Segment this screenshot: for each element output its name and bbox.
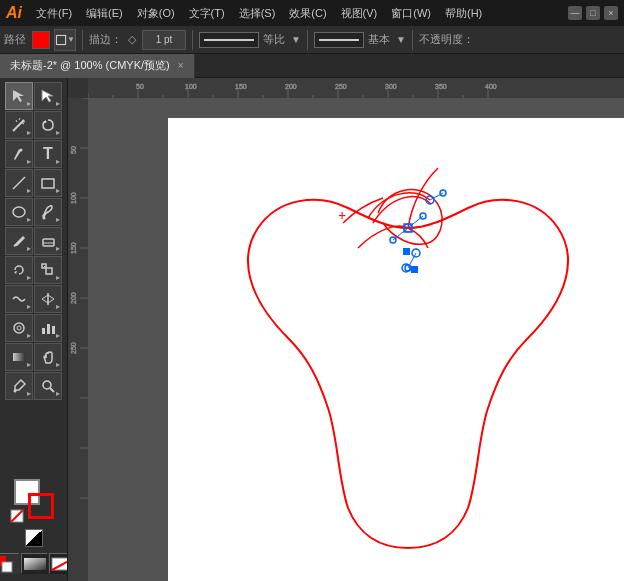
zoom-arrow: ▸ — [56, 389, 60, 398]
minimize-button[interactable]: — — [568, 6, 582, 20]
rect-tool[interactable]: ▸ — [34, 169, 62, 197]
menu-view[interactable]: 视图(V) — [335, 4, 384, 23]
main-area: ▸ ▸ ▸ ▸ ▸ T ▸ — [0, 78, 624, 581]
menu-bar: 文件(F) 编辑(E) 对象(O) 文字(T) 选择(S) 效果(C) 视图(V… — [30, 4, 568, 23]
svg-rect-35 — [24, 558, 46, 570]
tool-arrow-4: ▸ — [56, 128, 60, 137]
svg-line-3 — [13, 121, 23, 131]
width-arrow: ▸ — [56, 302, 60, 311]
pencil-tool[interactable]: ▸ — [5, 227, 33, 255]
menu-text[interactable]: 文字(T) — [183, 4, 231, 23]
warp-tool[interactable]: ▸ — [5, 285, 33, 313]
stroke-dash-selector[interactable] — [199, 32, 259, 48]
stroke-chevron: ◇ — [128, 33, 136, 46]
rotate-arrow: ▸ — [27, 273, 31, 282]
ellipse-tool[interactable]: ▸ — [5, 198, 33, 226]
svg-point-26 — [14, 390, 17, 393]
rotate-tool[interactable]: ▸ — [5, 256, 33, 284]
svg-text:+: + — [338, 207, 346, 223]
scale-arrow: ▸ — [56, 273, 60, 282]
canvas-area[interactable]: 50 100 150 200 250 300 350 400 — [68, 78, 624, 581]
toolbar-divider-2 — [192, 30, 193, 50]
color-mode-button[interactable] — [0, 553, 19, 573]
pen-arrow: ▸ — [27, 157, 31, 166]
toolbar-divider-1 — [82, 30, 83, 50]
close-button[interactable]: × — [604, 6, 618, 20]
tool-row-6: ▸ ▸ — [5, 227, 62, 255]
proportion-arrow: ▼ — [291, 34, 301, 45]
ellipse-arrow: ▸ — [27, 215, 31, 224]
menu-edit[interactable]: 编辑(E) — [80, 4, 129, 23]
horizontal-ruler: 50 100 150 200 250 300 350 400 — [88, 78, 624, 98]
vertical-ruler: 50 100 150 200 250 — [68, 98, 88, 581]
gradient-tool[interactable]: ▸ — [5, 343, 33, 371]
stroke-color-swatch-2[interactable] — [28, 493, 54, 519]
svg-point-27 — [43, 381, 51, 389]
menu-window[interactable]: 窗口(W) — [385, 4, 437, 23]
menu-object[interactable]: 对象(O) — [131, 4, 181, 23]
tab-title: 未标题-2* @ 100% (CMYK/预览) — [10, 58, 170, 73]
svg-text:250: 250 — [70, 342, 77, 354]
document-tab[interactable]: 未标题-2* @ 100% (CMYK/预览) × — [0, 54, 195, 78]
svg-rect-17 — [46, 268, 52, 274]
svg-line-10 — [13, 177, 25, 189]
hand-tool[interactable]: ▸ — [34, 343, 62, 371]
eraser-tool[interactable]: ▸ — [34, 227, 62, 255]
swap-colors-button[interactable] — [25, 529, 43, 547]
zoom-tool[interactable]: ▸ — [34, 372, 62, 400]
canvas-corner — [68, 78, 88, 98]
selection-tool[interactable]: ▸ — [5, 82, 33, 110]
menu-effect[interactable]: 效果(C) — [283, 4, 332, 23]
scale-tool[interactable]: ▸ — [34, 256, 62, 284]
stroke-weight-input[interactable] — [142, 30, 186, 50]
tab-close-button[interactable]: × — [178, 60, 184, 71]
tool-row-3: ▸ T ▸ — [5, 140, 62, 168]
menu-select[interactable]: 选择(S) — [233, 4, 282, 23]
menu-help[interactable]: 帮助(H) — [439, 4, 488, 23]
tool-row-2: ▸ ▸ — [5, 111, 62, 139]
brush-tool[interactable]: ▸ — [34, 198, 62, 226]
line-arrow: ▸ — [27, 186, 31, 195]
rect-arrow: ▸ — [56, 186, 60, 195]
lasso-tool[interactable]: ▸ — [34, 111, 62, 139]
svg-rect-24 — [52, 326, 55, 334]
eyedropper-tool[interactable]: ▸ — [5, 372, 33, 400]
magic-wand-tool[interactable]: ▸ — [5, 111, 33, 139]
pencil-arrow: ▸ — [27, 244, 31, 253]
svg-point-20 — [14, 323, 24, 333]
tool-row-1: ▸ ▸ — [5, 82, 62, 110]
svg-marker-16 — [14, 271, 17, 274]
chart-tool[interactable]: ▸ — [34, 314, 62, 342]
stroke-color-control — [32, 31, 50, 49]
tool-row-4: ▸ ▸ — [5, 169, 62, 197]
svg-rect-22 — [42, 328, 45, 334]
direct-selection-tool[interactable]: ▸ — [34, 82, 62, 110]
width-tool[interactable]: ▸ — [34, 285, 62, 313]
svg-marker-2 — [42, 90, 53, 102]
basic-arrow: ▼ — [396, 34, 406, 45]
artboard: + — [168, 118, 624, 581]
menu-file[interactable]: 文件(F) — [30, 4, 78, 23]
drawing-canvas[interactable]: + — [88, 98, 624, 581]
svg-marker-1 — [13, 90, 24, 102]
tool-row-8: ▸ ▸ — [5, 285, 62, 313]
brush-selector[interactable] — [314, 32, 364, 48]
svg-text:200: 200 — [70, 292, 77, 304]
svg-text:300: 300 — [385, 83, 397, 90]
proportion-label: 等比 — [263, 32, 285, 47]
gradient-mode-button[interactable] — [21, 553, 47, 573]
app-logo: Ai — [6, 4, 22, 22]
svg-text:50: 50 — [136, 83, 144, 90]
stroke-color-swatch[interactable] — [32, 31, 50, 49]
line-tool[interactable]: ▸ — [5, 169, 33, 197]
svg-rect-0 — [57, 35, 66, 44]
symbol-tool[interactable]: ▸ — [5, 314, 33, 342]
type-tool[interactable]: T ▸ — [34, 140, 62, 168]
none-mode-button[interactable] — [49, 553, 69, 573]
tool-row-10: ▸ ▸ — [5, 343, 62, 371]
eraser-arrow: ▸ — [56, 244, 60, 253]
pen-tool[interactable]: ▸ — [5, 140, 33, 168]
stroke-type-selector[interactable]: ▼ — [54, 29, 76, 51]
tool-arrow-2: ▸ — [56, 99, 60, 108]
maximize-button[interactable]: □ — [586, 6, 600, 20]
